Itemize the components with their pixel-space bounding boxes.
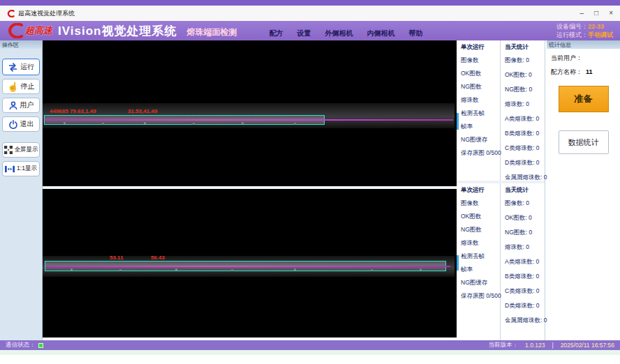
user-button-label: 用户 xyxy=(20,100,34,110)
comm-status-indicator xyxy=(38,343,43,348)
app-logo-icon xyxy=(7,10,15,17)
menu-item-outer-camera[interactable]: 外侧相机 xyxy=(325,29,353,38)
menu-item-help[interactable]: 帮助 xyxy=(408,29,422,38)
stat-row: B类熔珠数: 0 xyxy=(505,273,545,281)
stats-block-top: 单次运行 图像数 OK图数 NG图数 熔珠数 检测丢帧 帧率 NG图缓存 保存原… xyxy=(457,40,545,183)
bottom-edge-strip xyxy=(0,350,620,355)
stat-row: C类熔珠数: 0 xyxy=(505,144,545,153)
stat-row: 图像数: 0 xyxy=(505,199,545,208)
stat-row: NG图缓存 xyxy=(461,136,500,144)
stat-row: 图像数: 0 xyxy=(505,56,545,65)
stat-row: NG图数 xyxy=(461,83,500,91)
stat-row: 帧率 xyxy=(461,266,500,274)
app-title: IVision视觉处理系统 xyxy=(58,23,177,39)
measurement-annotation: 53.11 xyxy=(110,255,124,261)
data-statistics-button[interactable]: 数据统计 xyxy=(559,130,609,154)
device-info: 设备编号：22-33 运行模式：手动调试 xyxy=(556,22,613,39)
stat-row: 保存原图 0/500 xyxy=(461,149,500,158)
recipe-name-value: 11 xyxy=(586,68,593,75)
ready-button[interactable]: 准备 xyxy=(559,86,609,112)
status-bar: 通信状态： 当前版本： 1.0.123 | 2025/02/11 16:57:5… xyxy=(0,340,620,350)
top-edge-strip xyxy=(0,0,620,6)
measurement-annotation: 56.43 xyxy=(151,255,165,261)
recipe-row: 配方名称：11 xyxy=(551,68,620,77)
status-separator: | xyxy=(552,342,553,349)
info-panel-title: 统计信息 xyxy=(547,40,620,49)
maximize-button[interactable]: □ xyxy=(594,10,598,17)
daily-stats-header: 当天统计 xyxy=(505,43,545,52)
measurement-annotation: 449685 79.63,1.49 xyxy=(50,108,96,114)
stat-row: 金属屑熔珠数: 0 xyxy=(505,317,545,325)
info-panel: 统计信息 当前用户： 配方名称：11 准备 数据统计 xyxy=(547,40,620,340)
status-bar-right: 当前版本： 1.0.123 | 2025/02/11 16:57:56 xyxy=(489,341,614,349)
bead-centerline-overlay xyxy=(45,119,453,121)
measurement-annotation: 31.53,41.49 xyxy=(128,108,157,114)
stat-row: B类熔珠数: 0 xyxy=(505,130,545,138)
scrollbar-thumb[interactable] xyxy=(457,113,459,130)
main-menu: 配方 设置 外侧相机 内侧相机 帮助 xyxy=(269,29,422,38)
close-button[interactable]: × xyxy=(609,10,613,17)
stat-row: OK图数: 0 xyxy=(505,71,545,79)
window-titlebar: 超高速视觉处理系统 – □ × xyxy=(0,6,620,21)
daily-stats-header: 当天统计 xyxy=(505,186,545,195)
one-to-one-button[interactable]: 1:1显示 xyxy=(2,161,40,176)
stop-button[interactable]: ☝ 停止 xyxy=(2,79,40,94)
one-to-one-button-label: 1:1显示 xyxy=(17,165,37,173)
version-label: 当前版本： xyxy=(489,341,519,349)
app-window: 超高速视觉处理系统 – □ × 超高速 IVision视觉处理系统 熔珠端面检测… xyxy=(0,0,620,364)
exit-button-label: 退出 xyxy=(20,119,34,129)
run-button-label: 运行 xyxy=(20,62,34,72)
run-mode-value: 手动调试 xyxy=(588,31,613,38)
stat-row: OK图数 xyxy=(461,70,500,78)
stat-row: NG图数 xyxy=(461,226,500,234)
stat-row: OK图数: 0 xyxy=(505,214,545,222)
datetime-value: 2025/02/11 16:57:56 xyxy=(561,342,614,349)
stats-block-bottom: 单次运行 图像数 OK图数 NG图数 熔珠数 检测丢帧 帧率 NG图缓存 保存原… xyxy=(457,183,545,340)
version-value: 1.0.123 xyxy=(525,342,545,349)
window-title: 超高速视觉处理系统 xyxy=(18,9,75,18)
app-header: 超高速 IVision视觉处理系统 熔珠端面检测 配方 设置 外侧相机 内侧相机… xyxy=(0,21,620,40)
camera-viewport-column: 449685 79.63,1.49 31.53,41.49 53.11 56.4… xyxy=(43,40,457,340)
daily-stats-column: 当天统计 图像数: 0 OK图数: 0 NG图数: 0 熔珠数: 0 A类熔珠数… xyxy=(501,183,545,340)
stat-row: 熔珠数: 0 xyxy=(505,100,545,109)
stat-row: 熔珠数: 0 xyxy=(505,243,545,252)
stat-row: 帧率 xyxy=(461,123,500,131)
user-button[interactable]: 用户 xyxy=(2,98,40,113)
app-subtitle: 熔珠端面检测 xyxy=(186,26,237,38)
run-mode-label: 运行模式： xyxy=(556,31,588,38)
stat-row: 保存原图 0/500 xyxy=(461,292,500,301)
daily-stats-column: 当天统计 图像数: 0 OK图数: 0 NG图数: 0 熔珠数: 0 A类熔珠数… xyxy=(501,40,545,181)
stat-row: A类熔珠数: 0 xyxy=(505,258,545,266)
brand-name: 超高速 xyxy=(25,24,52,37)
stat-row: A类熔珠数: 0 xyxy=(505,115,545,123)
stat-row: NG图数: 0 xyxy=(505,229,545,237)
fullscreen-button[interactable]: 全屏显示 xyxy=(2,142,40,158)
sidebar-title: 操作区 xyxy=(0,40,42,49)
stop-button-label: 停止 xyxy=(21,82,35,91)
menu-item-recipe[interactable]: 配方 xyxy=(269,29,283,38)
stat-row: 金属屑熔珠数: 0 xyxy=(505,174,545,182)
run-button[interactable]: 运行 xyxy=(2,59,40,75)
camera-view-bottom: 53.11 56.43 xyxy=(43,189,457,338)
fullscreen-grid-icon xyxy=(4,146,13,154)
stat-row: D类熔珠数: 0 xyxy=(505,302,545,310)
fullscreen-button-label: 全屏显示 xyxy=(15,146,38,154)
exit-button[interactable]: 退出 xyxy=(2,116,40,132)
single-run-column: 单次运行 图像数 OK图数 NG图数 熔珠数 检测丢帧 帧率 NG图缓存 保存原… xyxy=(457,183,501,340)
stat-row: NG图缓存 xyxy=(461,279,500,287)
brand-swoosh-icon xyxy=(7,23,24,38)
stat-row: 检测丢帧 xyxy=(461,109,500,118)
minimize-button[interactable]: – xyxy=(580,10,584,17)
stat-row: 检测丢帧 xyxy=(461,252,500,261)
menu-item-inner-camera[interactable]: 内侧相机 xyxy=(367,29,394,38)
scrollbar-thumb[interactable] xyxy=(457,255,459,271)
stat-row: 熔珠数 xyxy=(461,239,500,248)
bead-marks xyxy=(64,122,66,124)
menu-item-settings[interactable]: 设置 xyxy=(297,29,311,38)
stat-row: NG图数: 0 xyxy=(505,86,545,94)
main-area: 操作区 运行 ☝ 停止 xyxy=(0,40,620,340)
operation-sidebar: 操作区 运行 ☝ 停止 xyxy=(0,40,43,340)
bead-centerline-overlay xyxy=(45,266,450,267)
stat-row: 图像数 xyxy=(461,56,500,65)
stat-row: C类熔珠数: 0 xyxy=(505,287,545,296)
